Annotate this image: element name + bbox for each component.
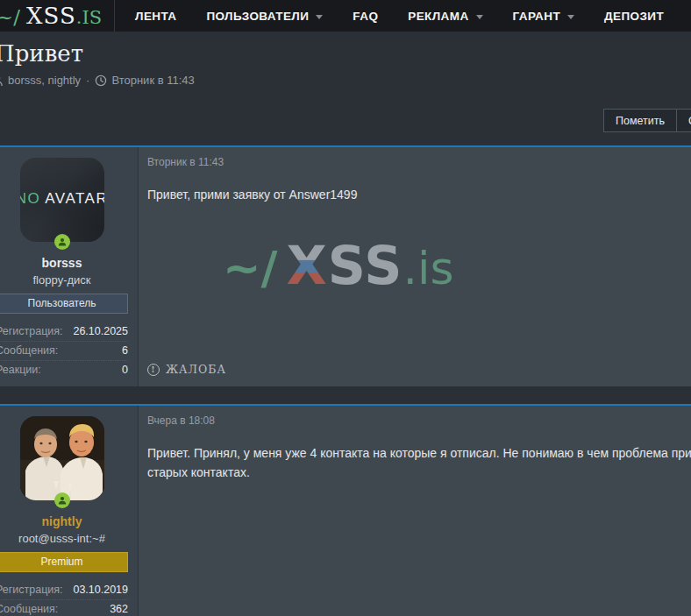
- nav-item-label: РЕКЛАМА: [408, 10, 468, 23]
- logo-name: XSS: [26, 3, 76, 29]
- thread-actions-group: Пометить Ответить: [603, 109, 691, 132]
- role-badge-premium: Premium: [0, 552, 128, 572]
- logo-tld: .IS: [76, 7, 102, 28]
- nav-item-garant[interactable]: ГАРАНТ: [498, 0, 590, 32]
- logo-tilde-slash: ~/: [0, 5, 20, 28]
- avatar-wrap: NOAVATAR: [20, 158, 104, 242]
- page-title: Привет: [0, 39, 691, 68]
- no-avatar-word: AVATAR: [45, 190, 103, 207]
- no-avatar-no: NO: [20, 190, 41, 207]
- post-message-line: Привет, прими заявку от Answer1499: [147, 185, 691, 204]
- post-author-panel: NOAVATAR borsss floppy-диск Пользователь: [0, 147, 139, 386]
- nav-item-label: ГАРАНТ: [513, 10, 561, 23]
- report-icon: !: [147, 364, 160, 376]
- thread-actions-row: Пометить Ответить: [0, 109, 691, 132]
- post-message-line: Привет. Принял, у меня уже 4 контакта на…: [147, 443, 691, 463]
- stat-value: 6: [122, 344, 128, 357]
- post-message-text: Привет, прими заявку от Answer1499: [147, 185, 691, 204]
- author-stats: Регистрация: 26.10.2025 Сообщения: 6 Реа…: [0, 322, 128, 379]
- post-borsss: NOAVATAR borsss floppy-диск Пользователь: [0, 145, 691, 386]
- thread-header: Привет borsss, nightly · Вторник в 11:43: [0, 32, 691, 87]
- nav-item-lenta[interactable]: ЛЕНТА: [120, 0, 191, 32]
- chevron-down-icon: [567, 15, 574, 19]
- post-nightly: nightly root@usss-int:~# Premium Регистр…: [0, 404, 691, 616]
- mark-button[interactable]: Пометить: [603, 109, 677, 132]
- post-message-text: Привет. Принял, у меня уже 4 контакта на…: [147, 443, 691, 482]
- author-username[interactable]: nightly: [0, 514, 128, 528]
- page-container: ~/ XSS .IS ЛЕНТА ПОЛЬЗОВАТЕЛИ FAQ РЕКЛАМ…: [0, 0, 691, 616]
- chevron-down-icon: [476, 15, 483, 19]
- stat-label: Реакции:: [0, 364, 41, 376]
- chevron-down-icon: [316, 15, 323, 19]
- stat-row-registration: Регистрация: 26.10.2025: [0, 322, 128, 342]
- nav-divider: [114, 0, 115, 32]
- avatar-photo[interactable]: [20, 416, 104, 500]
- forum-thread-page: ~/ XSS .IS ЛЕНТА ПОЛЬЗОВАТЕЛИ FAQ РЕКЛАМ…: [0, 0, 691, 616]
- nav-item-faq[interactable]: FAQ: [338, 0, 393, 32]
- avatar-no-avatar[interactable]: NOAVATAR: [20, 158, 104, 242]
- stat-value: 0: [122, 364, 128, 376]
- watermark-name: XSS: [287, 234, 403, 295]
- thread-meta: borsss, nightly · Вторник в 11:43: [0, 74, 691, 87]
- nav-item-reklama[interactable]: РЕКЛАМА: [393, 0, 497, 32]
- person-icon: [0, 74, 4, 87]
- online-status-icon: [54, 492, 70, 508]
- watermark-prefix: ~/: [223, 241, 278, 294]
- post-timestamp[interactable]: Вторник в 11:43: [147, 156, 691, 168]
- stat-row-messages: Сообщения: 362: [0, 600, 128, 616]
- post-content-area: Вчера в 18:08 Привет. Принял, у меня уже…: [139, 406, 691, 616]
- author-custom-title: root@usss-int:~#: [0, 532, 128, 545]
- stat-label: Регистрация:: [0, 584, 63, 596]
- author-stats: Регистрация: 03.10.2019 Сообщения: 362 Р…: [0, 581, 128, 616]
- stat-value: 362: [110, 603, 128, 615]
- stat-row-reactions: Реакции: 0: [0, 361, 128, 379]
- nav-item-label: ДЕПОЗИТ: [604, 10, 664, 23]
- stat-value: 03.10.2019: [73, 584, 128, 596]
- reply-button[interactable]: Ответить: [677, 109, 691, 132]
- report-label: ЖАЛОБА: [166, 363, 226, 376]
- nav-item-label: ЛЕНТА: [135, 10, 176, 23]
- clock-icon: [95, 74, 107, 87]
- meta-separator: ·: [86, 74, 89, 87]
- stat-value: 26.10.2025: [73, 325, 128, 337]
- thread-start-date: Вторник в 11:43: [111, 74, 194, 87]
- no-avatar-text: NOAVATAR: [20, 190, 104, 208]
- post-timestamp[interactable]: Вчера в 18:08: [147, 414, 691, 427]
- watermark-ss: SS: [328, 234, 403, 295]
- role-badge: Пользователь: [0, 294, 128, 314]
- post-message-line: старых контактах.: [147, 463, 691, 482]
- nav-item-label: FAQ: [353, 10, 378, 23]
- xss-watermark: ~/ XSS .is: [223, 234, 454, 295]
- stat-label: Сообщения:: [0, 603, 58, 615]
- nav-menu: ЛЕНТА ПОЛЬЗОВАТЕЛИ FAQ РЕКЛАМА ГАРАНТ: [120, 0, 679, 32]
- top-nav: ~/ XSS .IS ЛЕНТА ПОЛЬЗОВАТЕЛИ FAQ РЕКЛАМ…: [0, 0, 691, 32]
- report-link[interactable]: ! ЖАЛОБА: [147, 363, 691, 378]
- stat-row-registration: Регистрация: 03.10.2019: [0, 581, 128, 600]
- post-content-area: Вторник в 11:43 Привет, прими заявку от …: [139, 147, 691, 386]
- site-logo[interactable]: ~/ XSS .IS: [0, 3, 114, 29]
- nav-item-polzovateli[interactable]: ПОЛЬЗОВАТЕЛИ: [191, 0, 338, 32]
- author-username[interactable]: borsss: [0, 256, 128, 270]
- avatar-wrap: [20, 416, 104, 500]
- post-author-panel: nightly root@usss-int:~# Premium Регистр…: [0, 406, 139, 616]
- nav-item-depozit[interactable]: ДЕПОЗИТ: [589, 0, 679, 32]
- watermark-x: X: [287, 234, 328, 295]
- stat-row-messages: Сообщения: 6: [0, 342, 128, 361]
- author-custom-title: floppy-диск: [0, 273, 128, 287]
- nav-item-label: ПОЛЬЗОВАТЕЛИ: [206, 10, 309, 23]
- stat-label: Регистрация:: [0, 325, 63, 337]
- thread-participants[interactable]: borsss, nightly: [8, 74, 81, 87]
- online-status-icon: [54, 234, 70, 250]
- stat-label: Сообщения:: [0, 344, 58, 357]
- watermark-tld: .is: [403, 241, 454, 294]
